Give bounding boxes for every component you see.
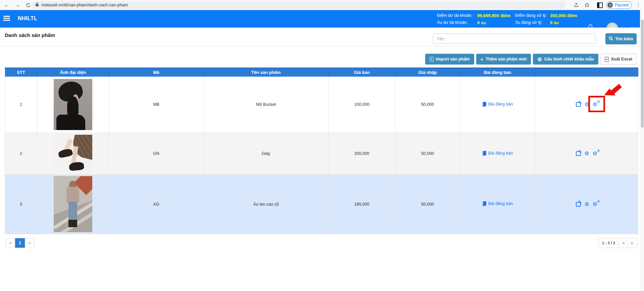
cell-post: Bài đăng bán [460,133,535,174]
cell-image [37,174,109,234]
cell-code: AO [109,174,204,234]
chrome-right-icons: S Paused ⋮ [572,0,644,10]
annotation-highlight-box [588,96,605,112]
stat-coins-processing-value: 0 xu [550,20,559,25]
app-header: NHILTL Điểm dư tài khoản: 99,699,900 điể… [0,10,644,28]
pagination-range: 1 - 3 / 3 ◀ ▶ [598,238,637,248]
edit-icon[interactable]: ✎ [576,151,581,156]
stat-coins-balance: Xu dư tài khoản: 0 xu [437,20,486,25]
table-header-row: STT Ảnh đại diện Mã Tên sản phẩm Giá bán… [5,68,638,77]
reload-icon[interactable] [24,1,32,9]
plus-icon: + [481,57,484,62]
cell-stt: 1 [5,77,37,133]
column-sale-price: Giá bán [329,68,395,77]
profile-avatar: S [607,2,613,8]
cell-post: Bài đăng bán [460,174,535,234]
pagination-page-1[interactable]: 1 [15,238,25,248]
export-excel-button[interactable]: x Xuất Excel [600,54,637,65]
cell-import-price: 50,000 [395,77,460,133]
settings-gear-icon[interactable]: ⚙ [584,202,589,207]
pagination-left-arrow-icon[interactable]: ◀ [619,238,628,248]
share-icon[interactable] [572,1,580,9]
cell-name: Giày [204,133,329,174]
column-actions [535,68,638,77]
gear-icon: ⚙ [537,57,542,62]
cogs-icon[interactable]: ⚙⚙ [593,151,597,156]
pagination-right-arrow-icon[interactable]: ▶ [628,238,637,248]
table-row: 3 AO Áo len cao cổ 199,000 50,000 Bài đă… [5,174,638,234]
product-table: STT Ảnh đại diện Mã Tên sản phẩm Giá bán… [5,68,638,234]
edit-icon[interactable]: ✎ [576,202,581,207]
browser-menu-icon[interactable]: ⋮ [635,2,641,8]
cell-sale-price: 199,000 [329,174,395,234]
column-post: Bài đăng bán [460,68,535,77]
column-import-price: Giá nhập [395,68,460,77]
search-icon [609,36,613,42]
back-icon[interactable]: ← [3,1,11,9]
search-input[interactable] [433,34,596,44]
book-icon [482,101,486,107]
vertical-scrollbar [640,10,644,291]
book-icon [482,151,486,156]
annotation-arrow [604,82,622,96]
cell-code: GN [109,133,204,174]
pagination: « 1 » [6,238,35,248]
profile-status: Paused [615,3,629,7]
lock-icon [35,2,39,8]
page-title: Danh sách sản phẩm [5,32,55,38]
edit-icon[interactable]: ✎ [576,102,581,107]
cell-image [37,77,109,133]
column-image: Ảnh đại diện [37,68,109,77]
cell-sale-price: 100,000 [329,77,395,133]
cell-image [37,133,109,174]
hamburger-menu-icon[interactable] [3,16,10,21]
browser-toolbar: ← → metasell.vn/ld/san-pham/danh-sach-sa… [0,0,644,10]
stat-points-processing: Điểm đang xử lý: 350,000 điểm [515,13,577,18]
cell-name: Áo len cao cổ [204,174,329,234]
stat-points-processing-value: 350,000 điểm [550,13,577,18]
table-row: 1 MB Mũ Bucket 100,000 50,000 Bài đăng b… [5,77,638,133]
product-image-shoes [54,135,92,172]
stat-points-balance: Điểm dư tài khoản: 99,699,900 điểm [437,13,510,18]
product-image-sweater [54,176,92,232]
add-product-button[interactable]: + Thêm sản phẩm mới [476,54,531,65]
title-bar: Danh sách sản phẩm Tìm kiếm [0,28,644,46]
table-row: 2 GN Giày 200,000 50,000 Bài đăng bán [5,133,638,174]
cell-stt: 3 [5,174,37,234]
post-link[interactable]: Bài đăng bán [482,102,513,107]
excel-file-icon: x [605,57,609,62]
profile-paused-pill[interactable]: S Paused [606,1,632,9]
discount-config-button[interactable]: ⚙ Cấu hình chiết khấu mẫu [533,54,598,65]
screen: ← → metasell.vn/ld/san-pham/danh-sach-sa… [0,0,644,291]
cell-code: MB [109,77,204,133]
cell-name: Mũ Bucket [204,77,329,133]
pagination-range-info: 1 - 3 / 3 [599,238,619,248]
url-bar[interactable]: metasell.vn/ld/san-pham/danh-sach-san-ph… [32,1,566,9]
cell-import-price: 50,000 [395,133,460,174]
post-link[interactable]: Bài đăng bán [482,151,513,156]
cell-sale-price: 200,000 [329,133,395,174]
cell-stt: 2 [5,133,37,174]
column-code: Mã [109,68,204,77]
scrollbar-thumb[interactable] [641,19,644,128]
column-stt: STT [5,68,37,77]
pagination-prev-button[interactable]: « [6,238,15,248]
book-icon [482,201,486,206]
search-button[interactable]: Tìm kiếm [605,33,637,44]
stat-coins-balance-value: 0 xu [477,20,486,25]
column-name: Tên sản phẩm [204,68,329,77]
import-products-button[interactable]: x Import sản phẩm [425,54,474,65]
pagination-next-button[interactable]: » [25,238,34,248]
excel-file-icon: x [430,57,434,62]
brand-name: NHILTL [18,15,37,22]
divider [14,10,14,28]
settings-gear-icon[interactable]: ⚙ [584,151,589,156]
post-link[interactable]: Bài đăng bán [482,201,513,206]
side-panel-icon[interactable] [597,2,603,8]
cell-actions: ✎ ⚙ ⚙⚙ [535,133,638,174]
cell-post: Bài đăng bán [460,77,535,133]
forward-icon[interactable]: → [13,1,21,9]
cogs-icon[interactable]: ⚙⚙ [593,202,597,207]
stat-points-balance-value: 99,699,900 điểm [477,13,510,18]
bookmark-star-icon[interactable] [583,1,591,9]
